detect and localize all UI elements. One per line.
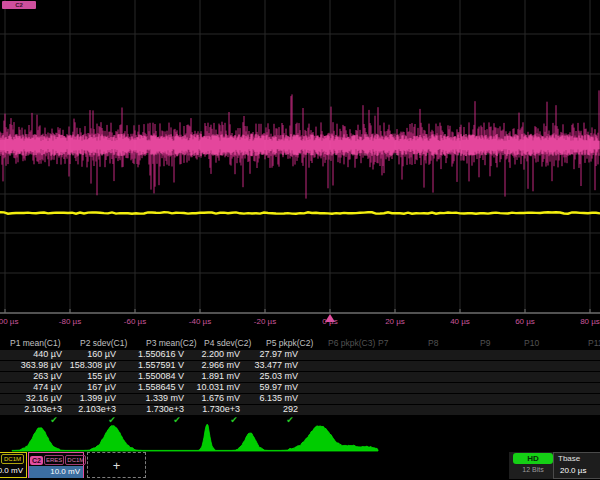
- bit-depth-label: 12 Bits: [509, 464, 557, 476]
- status-check-icon: ✔: [226, 415, 242, 425]
- time-axis-label: 80 µs: [566, 317, 600, 326]
- parameter-header[interactable]: P3 mean(C2): [146, 338, 197, 348]
- measurement-value: 25.03 mV: [206, 371, 298, 381]
- time-axis-label: -40 µs: [176, 317, 224, 326]
- measurement-value: 27.97 mV: [206, 349, 298, 359]
- parameter-header[interactable]: P2 sdev(C1): [80, 338, 127, 348]
- timebase-label: Tbase: [554, 453, 600, 464]
- hd-mode-badge: HD: [513, 453, 553, 464]
- acquisition-box[interactable]: HD 12 Bits: [509, 452, 557, 479]
- histogram-trace[interactable]: [12, 424, 378, 451]
- time-axis-label: 0 µs: [306, 317, 354, 326]
- add-trace-button[interactable]: +: [87, 452, 146, 478]
- status-check-icon: ✔: [46, 415, 62, 425]
- c2-scale-value: 10.0 mV: [29, 466, 83, 478]
- time-axis-label: 40 µs: [436, 317, 484, 326]
- parameter-header[interactable]: P6 pkpk(C3): [328, 338, 375, 348]
- parameter-header[interactable]: P11: [588, 338, 600, 348]
- measurement-value: 292: [206, 404, 298, 414]
- time-axis-label: 20 µs: [371, 317, 419, 326]
- plus-icon: +: [113, 458, 121, 473]
- c1-coupling-badge: DC1M: [1, 454, 24, 464]
- parameter-header[interactable]: P1 mean(C1): [10, 338, 61, 348]
- oscilloscope-screen: C2 -100 µs-80 µs-60 µs-40 µs-20 µs0 µs20…: [0, 0, 600, 480]
- timebase-scale-value: 20.0 µs: [554, 464, 600, 476]
- c2-eres-badge: ERES: [44, 455, 64, 465]
- time-axis-label: -80 µs: [46, 317, 94, 326]
- time-axis-label: -60 µs: [111, 317, 159, 326]
- time-axis-label: 60 µs: [501, 317, 549, 326]
- status-check-icon: ✔: [104, 415, 120, 425]
- time-axis-label: -20 µs: [241, 317, 289, 326]
- parameter-header[interactable]: P5 pkpk(C2): [266, 338, 313, 348]
- c2-coupling-badge: DC1M: [65, 455, 86, 465]
- trace-label-badge: C2: [2, 1, 36, 9]
- status-check-icon: ✔: [282, 415, 298, 425]
- measurement-value: 6.135 mV: [206, 393, 298, 403]
- measurement-value: 59.97 mV: [206, 382, 298, 392]
- c2-channel-badge: C2: [30, 456, 43, 465]
- channel-descriptor-c2[interactable]: C2 ERES DC1M 10.0 mV: [28, 452, 84, 478]
- timebase-box[interactable]: Tbase 20.0 µs: [553, 452, 600, 479]
- status-check-icon: ✔: [169, 415, 185, 425]
- parameter-header[interactable]: P10: [524, 338, 539, 348]
- c1-scale-value: 10.0 mV: [0, 465, 26, 477]
- channel-descriptor-c1[interactable]: DC1M 10.0 mV: [0, 452, 27, 478]
- parameter-header[interactable]: P8: [428, 338, 438, 348]
- parameter-header[interactable]: P7: [378, 338, 388, 348]
- parameter-header[interactable]: P9: [480, 338, 490, 348]
- c1-trace[interactable]: [0, 212, 600, 213]
- parameter-header[interactable]: P4 sdev(C2): [204, 338, 251, 348]
- measurement-value: 33.477 mV: [206, 360, 298, 370]
- time-axis-label: -100 µs: [0, 317, 29, 326]
